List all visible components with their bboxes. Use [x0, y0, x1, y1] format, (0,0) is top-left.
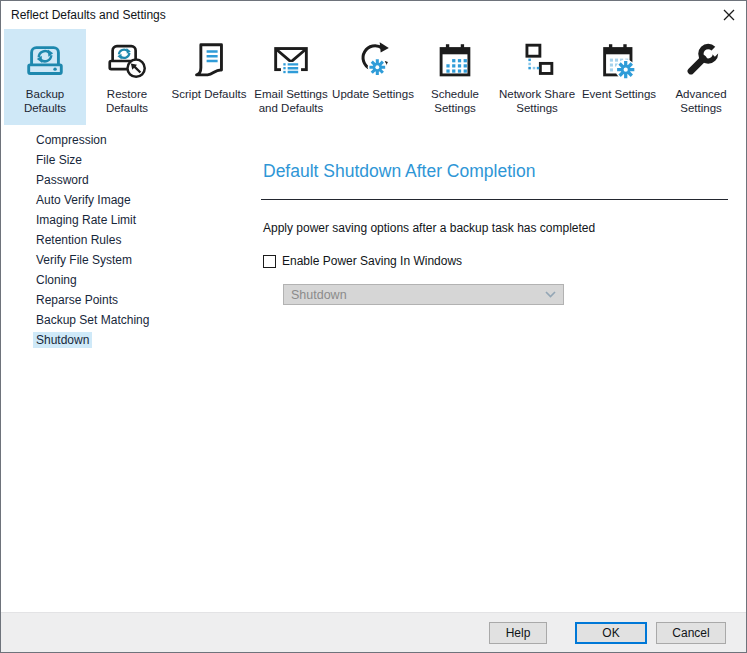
toolbar-item-label: Restore Defaults	[86, 88, 168, 115]
help-button[interactable]: Help	[489, 622, 547, 644]
checkbox-label: Enable Power Saving In Windows	[282, 254, 462, 268]
sidebar-item-password[interactable]: Password	[1, 170, 251, 190]
main-area: Compression File Size Password Auto Veri…	[1, 125, 746, 612]
toolbar-item-email-settings[interactable]: Email Settings and Defaults	[250, 29, 332, 125]
heading-divider	[261, 199, 728, 200]
sidebar-item-shutdown[interactable]: Shutdown	[1, 330, 251, 350]
event-settings-icon	[596, 36, 642, 86]
network-share-settings-icon	[514, 36, 560, 86]
toolbar-item-update-settings[interactable]: Update Settings	[332, 29, 414, 125]
sidebar: Compression File Size Password Auto Veri…	[1, 125, 251, 612]
toolbar-item-restore-defaults[interactable]: Restore Defaults	[86, 29, 168, 125]
close-icon	[723, 9, 735, 21]
advanced-settings-icon	[678, 36, 724, 86]
sidebar-item-cloning[interactable]: Cloning	[1, 270, 251, 290]
checkbox-box[interactable]	[263, 255, 276, 268]
toolbar-item-label: Schedule Settings	[414, 88, 496, 115]
toolbar-item-schedule-settings[interactable]: Schedule Settings	[414, 29, 496, 125]
toolbar-item-label: Script Defaults	[172, 88, 247, 102]
toolbar: Backup Defaults Restore Defaults	[1, 29, 746, 125]
sidebar-item-file-size[interactable]: File Size	[1, 150, 251, 170]
cancel-button[interactable]: Cancel	[656, 622, 726, 644]
sidebar-item-reparse-points[interactable]: Reparse Points	[1, 290, 251, 310]
toolbar-item-backup-defaults[interactable]: Backup Defaults	[4, 29, 86, 125]
sidebar-item-imaging-rate-limit[interactable]: Imaging Rate Limit	[1, 210, 251, 230]
restore-defaults-icon	[104, 36, 150, 86]
footer-bar: Help OK Cancel	[1, 612, 746, 652]
titlebar: Reflect Defaults and Settings	[1, 1, 746, 29]
toolbar-item-label: Network Share Settings	[496, 88, 578, 115]
dropdown-selected-value: Shutdown	[291, 288, 545, 302]
sidebar-item-backup-set-matching[interactable]: Backup Set Matching	[1, 310, 251, 330]
script-defaults-icon	[186, 36, 232, 86]
toolbar-item-label: Backup Defaults	[4, 88, 86, 115]
reflect-defaults-window: Reflect Defaults and Settings Backup	[0, 0, 747, 653]
toolbar-item-script-defaults[interactable]: Script Defaults	[168, 29, 250, 125]
toolbar-item-label: Update Settings	[332, 88, 414, 102]
sidebar-item-retention-rules[interactable]: Retention Rules	[1, 230, 251, 250]
ok-button[interactable]: OK	[575, 622, 647, 644]
toolbar-item-network-share-settings[interactable]: Network Share Settings	[496, 29, 578, 125]
shutdown-action-dropdown[interactable]: Shutdown	[283, 284, 564, 305]
sidebar-item-verify-file-system[interactable]: Verify File System	[1, 250, 251, 270]
chevron-down-icon	[545, 291, 556, 298]
window-title: Reflect Defaults and Settings	[11, 8, 166, 22]
sidebar-item-compression[interactable]: Compression	[1, 130, 251, 150]
update-settings-icon	[350, 36, 396, 86]
schedule-settings-icon	[432, 36, 478, 86]
toolbar-item-label: Email Settings and Defaults	[250, 88, 332, 115]
sidebar-item-auto-verify-image[interactable]: Auto Verify Image	[1, 190, 251, 210]
close-button[interactable]	[712, 1, 746, 29]
toolbar-item-label: Advanced Settings	[660, 88, 742, 115]
email-settings-icon	[268, 36, 314, 86]
toolbar-item-event-settings[interactable]: Event Settings	[578, 29, 660, 125]
toolbar-item-advanced-settings[interactable]: Advanced Settings	[660, 29, 742, 125]
toolbar-item-label: Event Settings	[582, 88, 656, 102]
page-title: Default Shutdown After Completion	[263, 161, 746, 182]
content-panel: Default Shutdown After Completion Apply …	[251, 125, 746, 612]
enable-power-saving-checkbox-row[interactable]: Enable Power Saving In Windows	[263, 254, 746, 268]
backup-defaults-icon	[22, 36, 68, 86]
description-text: Apply power saving options after a backu…	[263, 221, 746, 235]
